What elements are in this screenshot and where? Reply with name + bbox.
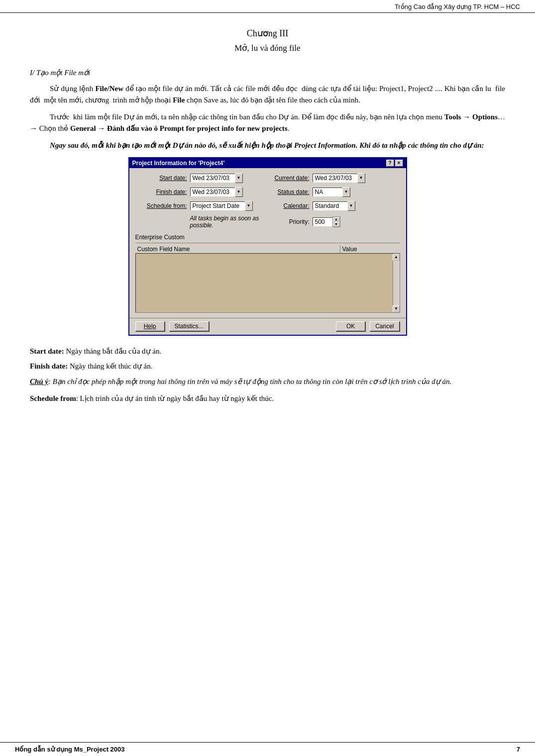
calendar-dropdown[interactable]: ▼ bbox=[347, 201, 355, 211]
start-date-bold: Start date: bbox=[30, 347, 64, 355]
schedule-calendar-row: Schedule from: Project Start Date ▼ Cale… bbox=[135, 201, 400, 211]
schedule-from-dropdown[interactable]: ▼ bbox=[245, 201, 253, 211]
dialog-title: Project Information for 'Project4' bbox=[132, 160, 225, 167]
dialog-body: Start date: Wed 23/07/03 ▼ Current date:… bbox=[129, 168, 406, 318]
schedule-from-col: Schedule from: Project Start Date ▼ bbox=[135, 201, 265, 211]
dialog-container: Project Information for 'Project4' ? × S… bbox=[128, 157, 407, 336]
start-date-input-group[interactable]: Wed 23/07/03 ▼ bbox=[190, 173, 243, 183]
scrollbar: ▲ ▼ bbox=[393, 254, 400, 312]
paragraph-3: Ngay sau đó, mỗi khi bạn tạo mới một Dự … bbox=[30, 140, 505, 151]
status-date-input-group[interactable]: NA ▼ bbox=[313, 187, 350, 197]
calendar-input[interactable]: Standard bbox=[313, 201, 347, 210]
schedule-note-col: All tasks begin as soon as possible. bbox=[135, 215, 265, 229]
current-date-input[interactable]: Wed 23/07/03 bbox=[313, 174, 357, 183]
chapter-title: Chương III bbox=[30, 28, 505, 39]
section1-title: I/ Tạo một File mới bbox=[30, 68, 505, 77]
chapter-subtitle: Mở, lu và đóng file bbox=[30, 43, 505, 53]
current-date-dropdown[interactable]: ▼ bbox=[357, 173, 365, 183]
separator bbox=[135, 243, 400, 243]
chu-y-label: Chú ý bbox=[30, 378, 48, 385]
calendar-input-group[interactable]: Standard ▼ bbox=[313, 201, 355, 211]
current-date-input-group[interactable]: Wed 23/07/03 ▼ bbox=[313, 173, 365, 183]
ok-button[interactable]: OK bbox=[336, 321, 366, 332]
chu-y-text: : Bạn chỉ đọc phép nhập một trong hai th… bbox=[48, 378, 451, 385]
enterprise-label: Enterprise Custom bbox=[135, 233, 400, 241]
schedule-note: All tasks begin as soon as possible. bbox=[135, 215, 265, 229]
start-date-input[interactable]: Wed 23/07/03 bbox=[190, 174, 235, 183]
finish-date-desc-text: Ngày tháng kết thúc dự án. bbox=[68, 362, 152, 370]
start-date-label: Start date: bbox=[135, 175, 190, 182]
priority-label: Priority: bbox=[265, 218, 310, 225]
custom-field-header: Custom Field Name Value bbox=[135, 245, 400, 253]
statistics-button[interactable]: Statistics... bbox=[169, 321, 210, 332]
custom-field-name-header: Custom Field Name bbox=[135, 245, 340, 253]
dialog-footer: Help Statistics... OK Cancel bbox=[129, 318, 406, 335]
priority-col: Priority: 500 ▲ ▼ bbox=[265, 216, 400, 227]
schedule-from-label: Schedule from: bbox=[135, 202, 190, 209]
schedule-desc-text: : Lịch trình của dự án tính từ ngày bắt … bbox=[76, 394, 274, 402]
schedule-bold: Schedule from bbox=[30, 394, 76, 402]
finish-date-label: Finish date: bbox=[135, 189, 190, 195]
finish-date-desc: Finish date: Ngày tháng kết thúc dự án. bbox=[30, 361, 505, 372]
finish-status-row: Finish date: Wed 23/07/03 ▼ Status date:… bbox=[135, 187, 400, 197]
custom-field-area: ▲ ▼ bbox=[135, 253, 400, 313]
status-date-col: Status date: NA ▼ bbox=[265, 187, 400, 197]
p2-text: Trước khi làm một file Dự án mới, ta nên… bbox=[30, 113, 505, 132]
p1-text: Sử dụng lệnh File/New để tạo một file dự… bbox=[30, 85, 505, 104]
start-current-row: Start date: Wed 23/07/03 ▼ Current date:… bbox=[135, 173, 400, 183]
start-date-desc: Start date: Ngày tháng bắt đầu của dự án… bbox=[30, 346, 505, 357]
custom-field-main bbox=[136, 254, 393, 312]
spin-up[interactable]: ▲ bbox=[333, 217, 340, 222]
help-button[interactable]: Help bbox=[135, 321, 165, 332]
finish-date-input-group[interactable]: Wed 23/07/03 ▼ bbox=[190, 187, 243, 197]
paragraph-1: Sử dụng lệnh File/New để tạo một file dự… bbox=[30, 83, 505, 105]
priority-spinner[interactable]: ▲ ▼ bbox=[332, 216, 340, 227]
status-date-dropdown[interactable]: ▼ bbox=[342, 187, 350, 197]
finish-date-input[interactable]: Wed 23/07/03 bbox=[190, 188, 235, 196]
priority-input[interactable]: 500 bbox=[313, 217, 332, 226]
page-header: Trồng Cao đẳng Xây dựng TP. HCM – HCC bbox=[0, 0, 535, 13]
calendar-label: Calendar: bbox=[265, 202, 310, 209]
priority-input-group: 500 ▲ ▼ bbox=[313, 216, 340, 227]
footer-left: Hống dẫn sử dụng Ms_Project 2003 bbox=[15, 746, 125, 753]
current-date-label: Current date: bbox=[265, 175, 310, 182]
scroll-down-arrow[interactable]: ▼ bbox=[393, 305, 400, 312]
dialog-titlebar: Project Information for 'Project4' ? × bbox=[129, 158, 406, 168]
start-date-col: Start date: Wed 23/07/03 ▼ bbox=[135, 173, 265, 183]
help-icon-btn[interactable]: ? bbox=[386, 160, 394, 167]
cancel-button[interactable]: Cancel bbox=[370, 321, 400, 332]
chu-y-para: Chú ý: Bạn chỉ đọc phép nhập một trong h… bbox=[30, 376, 505, 387]
schedule-from-input-group[interactable]: Project Start Date ▼ bbox=[190, 201, 253, 211]
start-date-desc-text: Ngày tháng bắt đầu của dự án. bbox=[64, 347, 161, 355]
header-right-text: Trồng Cao đẳng Xây dựng TP. HCM – HCC bbox=[395, 3, 520, 10]
spin-down[interactable]: ▼ bbox=[333, 222, 340, 227]
finish-date-bold: Finish date: bbox=[30, 362, 68, 370]
start-date-dropdown[interactable]: ▼ bbox=[235, 173, 243, 183]
note-priority-row: All tasks begin as soon as possible. Pri… bbox=[135, 215, 400, 229]
page-content: Chương III Mở, lu và đóng file I/ Tạo mộ… bbox=[0, 13, 535, 438]
scroll-up-arrow[interactable]: ▲ bbox=[393, 254, 400, 261]
close-icon-btn[interactable]: × bbox=[395, 160, 403, 167]
p3-text: Ngay sau đó, mỗi khi bạn tạo mới một Dự … bbox=[50, 141, 484, 149]
calendar-col: Calendar: Standard ▼ bbox=[265, 201, 400, 211]
schedule-from-desc: Schedule from: Lịch trình của dự án tính… bbox=[30, 393, 505, 404]
custom-field-value-header: Value bbox=[340, 245, 400, 253]
page-footer: Hống dẫn sử dụng Ms_Project 2003 7 bbox=[0, 742, 535, 756]
footer-page-number: 7 bbox=[517, 746, 520, 753]
dialog-title-buttons: ? × bbox=[386, 160, 403, 167]
current-date-col: Current date: Wed 23/07/03 ▼ bbox=[265, 173, 400, 183]
status-date-label: Status date: bbox=[265, 189, 310, 195]
project-information-dialog: Project Information for 'Project4' ? × S… bbox=[128, 157, 407, 336]
finish-date-dropdown[interactable]: ▼ bbox=[235, 187, 243, 197]
finish-date-col: Finish date: Wed 23/07/03 ▼ bbox=[135, 187, 265, 197]
status-date-input[interactable]: NA bbox=[313, 188, 342, 196]
schedule-from-input[interactable]: Project Start Date bbox=[190, 201, 245, 210]
paragraph-2: Trước khi làm một file Dự án mới, ta nên… bbox=[30, 111, 505, 134]
